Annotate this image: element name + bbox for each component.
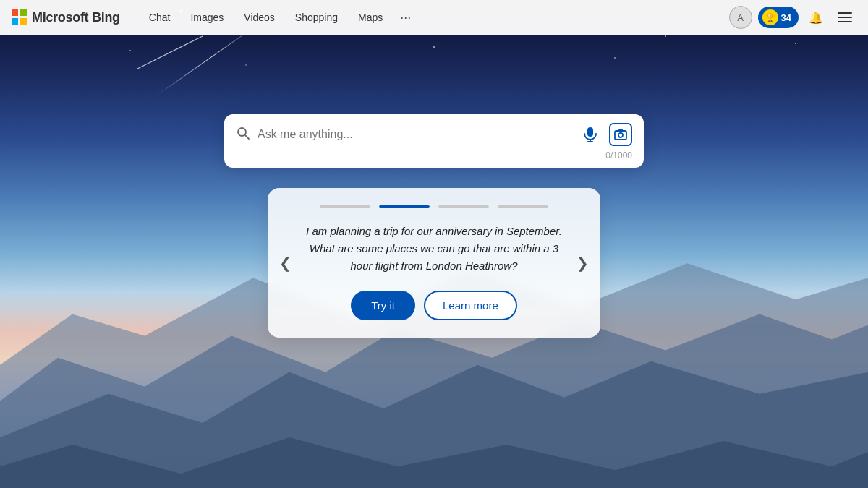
char-count: 0/1000 <box>236 150 632 160</box>
learn-more-button[interactable]: Learn more <box>424 291 517 320</box>
card-buttons: Try it Learn more <box>302 291 566 320</box>
logo-sq-red <box>12 9 18 16</box>
logo-text: Microsoft Bing <box>32 10 120 25</box>
nav-images[interactable]: Images <box>182 7 232 27</box>
avatar: A <box>729 6 752 29</box>
dot-4 <box>498 205 548 208</box>
logo-sq-yellow <box>20 18 27 25</box>
search-box: 0/1000 <box>224 114 644 168</box>
microphone-button[interactable] <box>579 123 602 146</box>
nav-shopping[interactable]: Shopping <box>286 7 346 27</box>
bell-icon: 🔔 <box>809 11 823 25</box>
nav-links: Chat Images Videos Shopping Maps ··· <box>140 7 729 27</box>
main-content: 0/1000 ❮ ❯ I am planning a trip for our … <box>0 35 868 488</box>
svg-rect-24 <box>615 131 626 140</box>
search-actions <box>579 123 632 146</box>
avatar-button[interactable]: A <box>729 6 752 29</box>
logo[interactable]: Microsoft Bing <box>12 9 120 25</box>
notifications-button[interactable]: 🔔 <box>804 6 827 29</box>
rewards-button[interactable]: 🏆 34 <box>758 7 799 28</box>
dot-1 <box>320 205 370 208</box>
dot-3 <box>438 205 489 208</box>
svg-point-25 <box>618 133 623 137</box>
more-nav-button[interactable]: ··· <box>394 8 417 27</box>
rewards-icon: 🏆 <box>762 9 778 25</box>
menu-bar-bot <box>838 21 852 22</box>
dot-2 <box>379 205 430 208</box>
search-input-row <box>236 123 632 146</box>
nav-chat[interactable]: Chat <box>140 7 179 27</box>
camera-search-button[interactable] <box>609 123 632 146</box>
menu-bar-mid <box>838 17 852 18</box>
microsoft-logo-icon <box>12 9 27 25</box>
logo-sq-green <box>20 9 27 16</box>
nav-videos[interactable]: Videos <box>235 7 284 27</box>
rewards-count: 34 <box>781 12 791 23</box>
suggestion-card: ❮ ❯ I am planning a trip for our anniver… <box>268 188 600 338</box>
menu-button[interactable] <box>833 6 856 29</box>
try-it-button[interactable]: Try it <box>351 291 415 320</box>
navbar: Microsoft Bing Chat Images Videos Shoppi… <box>0 0 868 35</box>
svg-rect-21 <box>587 127 593 137</box>
prev-suggestion-button[interactable]: ❮ <box>273 249 297 278</box>
svg-point-19 <box>238 128 246 136</box>
menu-bar-top <box>838 12 852 14</box>
logo-sq-blue <box>12 18 18 25</box>
search-icon <box>236 126 250 144</box>
svg-line-20 <box>245 135 249 139</box>
nav-maps[interactable]: Maps <box>349 7 391 27</box>
dots-indicators <box>302 205 566 208</box>
navbar-right: A 🏆 34 🔔 <box>729 6 856 29</box>
suggestion-text: I am planning a trip for our anniversary… <box>302 223 566 275</box>
next-suggestion-button[interactable]: ❯ <box>571 249 595 278</box>
search-input[interactable] <box>258 128 571 141</box>
